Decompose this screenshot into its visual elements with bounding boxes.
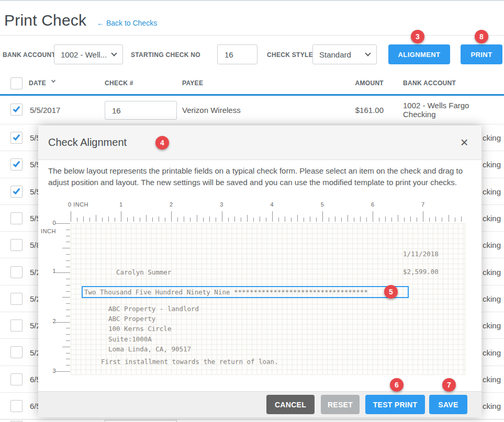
row-checkbox[interactable] xyxy=(10,266,23,278)
row-bank-account-fragment: cking xyxy=(483,241,501,249)
step-badge-alignment: 3 xyxy=(411,30,424,43)
row-payee: Verizon Wireless xyxy=(182,106,241,115)
row-checkbox[interactable] xyxy=(10,186,23,198)
check-icon xyxy=(13,133,20,140)
vertical-ruler-ticks xyxy=(38,223,71,375)
row-bank-account-fragment: cking xyxy=(483,214,501,223)
modal-header: Check Alignment 4 × xyxy=(38,126,481,160)
amount-words-text: Two Thousand Five Hundred Ninety Nine **… xyxy=(83,288,368,296)
test-print-button[interactable]: TEST PRINT xyxy=(365,395,425,414)
select-all-checkbox[interactable] xyxy=(10,77,23,89)
check-style-label: CHECK STYLE xyxy=(267,51,313,59)
step-badge-save: 7 xyxy=(442,378,456,392)
row-checkbox[interactable] xyxy=(10,293,23,305)
row-bank-account-fragment: cking xyxy=(483,402,501,410)
check-date-field[interactable]: 1/11/2018 xyxy=(403,250,439,258)
row-checkbox[interactable] xyxy=(10,320,23,332)
check-style-select[interactable]: Standard xyxy=(312,44,377,64)
check-address-line: ABC Property - landlord xyxy=(108,304,199,314)
row-checkbox[interactable] xyxy=(10,346,23,358)
row-bank-account-fragment: cking xyxy=(483,321,501,330)
row-bank-account-fragment: cking xyxy=(483,160,501,169)
bank-account-select[interactable]: 1002 - Well... xyxy=(54,44,123,64)
table-header: DATE CHECK # PAYEE AMOUNT BANK ACCOUNT xyxy=(0,72,504,96)
chevron-down-icon xyxy=(365,50,371,56)
top-border xyxy=(0,0,504,1)
horizontal-ruler-ticks xyxy=(71,205,465,222)
column-header-check-no[interactable]: CHECK # xyxy=(105,79,133,87)
check-icon xyxy=(13,187,20,194)
row-date: 5/5/2017 xyxy=(30,106,60,115)
column-header-bank-account[interactable]: BANK ACCOUNT xyxy=(403,79,456,87)
cancel-button[interactable]: CANCEL xyxy=(266,395,315,414)
row-bank-account-fragment: cking xyxy=(483,374,501,383)
modal-description: The below layout represents the printabl… xyxy=(48,165,467,188)
row-checkbox[interactable] xyxy=(10,158,23,170)
check-amount-field[interactable]: $2,599.00 xyxy=(403,268,439,276)
check-icon xyxy=(13,160,20,167)
step-badge-modal-title: 4 xyxy=(155,136,169,150)
row-checkbox[interactable] xyxy=(10,104,23,116)
starting-check-label: STARTING CHECK NO xyxy=(131,51,200,59)
back-to-checks-link[interactable]: ← Back to Checks xyxy=(97,19,157,27)
step-badge-words-line: 5 xyxy=(384,285,398,299)
page-title: Print Check xyxy=(4,12,86,29)
chevron-down-icon xyxy=(111,50,117,56)
table-row[interactable]: 5/5/2017 Verizon Wireless $161.00 1002 -… xyxy=(0,96,504,124)
step-badge-test-print: 6 xyxy=(390,378,404,392)
check-alignment-modal: Check Alignment 4 × The below layout rep… xyxy=(38,126,481,417)
alignment-button[interactable]: ALIGNMENT xyxy=(388,44,450,64)
row-divider xyxy=(0,419,504,420)
check-memo-field[interactable]: First installment towards the return of … xyxy=(101,358,278,366)
sort-chevron-icon[interactable] xyxy=(51,78,55,83)
print-button[interactable]: PRINT xyxy=(461,44,502,64)
check-payee-field[interactable]: Carolyn Summer xyxy=(116,268,171,276)
amount-words-field[interactable]: Two Thousand Five Hundred Ninety Nine **… xyxy=(82,286,409,298)
step-badge-print: 8 xyxy=(475,30,488,43)
check-style-value: Standard xyxy=(319,50,351,59)
row-checkbox[interactable] xyxy=(10,373,23,385)
row-checkbox[interactable] xyxy=(10,400,23,412)
row-bank-account: 1002 - Wells Fargo Checking xyxy=(403,101,504,119)
row-checkbox[interactable] xyxy=(10,132,23,144)
check-address-line: Loma Linda, CA, 90517 xyxy=(108,344,199,354)
modal-title: Check Alignment xyxy=(48,136,127,149)
reset-button[interactable]: RESET xyxy=(321,395,360,414)
check-address-field[interactable]: ABC Property - landlordABC Property100 K… xyxy=(108,304,199,354)
row-check-no-input[interactable] xyxy=(105,101,177,120)
row-bank-account-fragment: cking xyxy=(483,294,501,303)
header-divider xyxy=(0,35,504,36)
row-bank-account-fragment: cking xyxy=(483,187,501,196)
bank-account-label: BANK ACCOUNT xyxy=(3,51,55,59)
check-address-line: 100 Kerns Circle xyxy=(108,324,199,334)
row-bank-account-fragment: cking xyxy=(483,348,501,357)
row-checkbox[interactable] xyxy=(10,239,23,251)
column-header-amount[interactable]: AMOUNT xyxy=(331,79,384,87)
row-amount: $161.00 xyxy=(331,106,384,115)
check-address-line: ABC Property xyxy=(108,314,199,324)
column-header-payee[interactable]: PAYEE xyxy=(182,79,203,87)
close-icon[interactable]: × xyxy=(456,134,472,150)
row-checkbox[interactable] xyxy=(10,212,23,224)
starting-check-input[interactable] xyxy=(217,44,257,64)
column-header-date[interactable]: DATE xyxy=(29,79,46,87)
save-button[interactable]: SAVE xyxy=(429,395,467,414)
check-icon xyxy=(13,105,20,112)
check-address-line: Suite:1000A xyxy=(108,334,199,344)
row-bank-account-fragment: cking xyxy=(483,267,501,276)
bank-account-value: 1002 - Well... xyxy=(61,50,107,59)
row-check-no-input[interactable] xyxy=(105,420,177,422)
row-bank-account-fragment: cking xyxy=(483,133,501,142)
